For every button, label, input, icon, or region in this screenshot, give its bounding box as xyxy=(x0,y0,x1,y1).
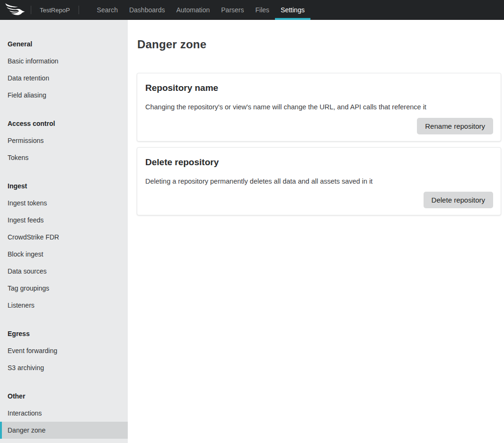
sidebar-group-general: General Basic information Data retention… xyxy=(0,35,128,104)
sidebar-item-ingest-tokens[interactable]: Ingest tokens xyxy=(0,195,128,212)
sidebar-header-general: General xyxy=(0,35,128,53)
nav-item-settings-label: Settings xyxy=(281,6,305,14)
sidebar-header-ingest: Ingest xyxy=(0,177,128,195)
sidebar-group-other: Other Interactions Danger zone xyxy=(0,388,128,439)
sidebar-header-egress: Egress xyxy=(0,325,128,342)
nav-divider xyxy=(79,6,79,14)
sidebar-item-field-aliasing[interactable]: Field aliasing xyxy=(0,87,128,104)
sidebar-item-crowdstrike-fdr[interactable]: CrowdStrike FDR xyxy=(0,229,128,246)
sidebar-group-ingest: Ingest Ingest tokens Ingest feeds CrowdS… xyxy=(0,177,128,314)
repository-name-card-title: Repository name xyxy=(145,83,493,93)
sidebar-group-egress: Egress Event forwarding S3 archiving xyxy=(0,325,128,376)
crowdstrike-falcon-logo[interactable] xyxy=(4,3,26,17)
main-content: Danger zone Repository name Changing the… xyxy=(128,20,504,443)
sidebar-header-access-control: Access control xyxy=(0,115,128,132)
sidebar-item-interactions[interactable]: Interactions xyxy=(0,405,128,422)
nav-menu: Search Dashboards Automation Parsers Fil… xyxy=(91,0,310,20)
sidebar-item-block-ingest[interactable]: Block ingest xyxy=(0,246,128,263)
repository-name-label[interactable]: TestRepoP xyxy=(40,7,70,14)
delete-repository-card-actions: Delete repository xyxy=(145,192,493,208)
sidebar-item-permissions[interactable]: Permissions xyxy=(0,132,128,149)
sidebar-item-data-sources[interactable]: Data sources xyxy=(0,263,128,280)
repository-name-card: Repository name Changing the repository'… xyxy=(137,73,501,142)
nav-item-dashboards[interactable]: Dashboards xyxy=(124,0,171,20)
top-navigation-bar: TestRepoP Search Dashboards Automation P… xyxy=(0,0,504,20)
sidebar-item-event-forwarding[interactable]: Event forwarding xyxy=(0,342,128,359)
sidebar-item-ingest-feeds[interactable]: Ingest feeds xyxy=(0,212,128,229)
nav-item-settings[interactable]: Settings xyxy=(275,0,310,20)
sidebar-item-tokens[interactable]: Tokens xyxy=(0,149,128,166)
nav-item-parsers[interactable]: Parsers xyxy=(215,0,249,20)
repository-name-card-actions: Rename repository xyxy=(145,118,493,134)
falcon-icon xyxy=(5,3,26,17)
delete-repository-card-title: Delete repository xyxy=(145,157,493,168)
sidebar-item-data-retention[interactable]: Data retention xyxy=(0,70,128,87)
sidebar-item-s3-archiving[interactable]: S3 archiving xyxy=(0,359,128,376)
repository-name-card-description: Changing the repository's or view's name… xyxy=(145,103,493,112)
sidebar-item-danger-zone[interactable]: Danger zone xyxy=(0,422,128,439)
nav-item-search[interactable]: Search xyxy=(91,0,124,20)
rename-repository-button[interactable]: Rename repository xyxy=(417,118,493,134)
sidebar-item-basic-information[interactable]: Basic information xyxy=(0,53,128,70)
nav-item-automation[interactable]: Automation xyxy=(170,0,215,20)
nav-divider xyxy=(31,6,31,14)
delete-repository-button[interactable]: Delete repository xyxy=(424,192,493,208)
page-title: Danger zone xyxy=(137,38,501,51)
sidebar-item-tag-groupings[interactable]: Tag groupings xyxy=(0,280,128,297)
sidebar-group-access-control: Access control Permissions Tokens xyxy=(0,115,128,166)
sidebar-header-other: Other xyxy=(0,388,128,405)
sidebar-item-listeners[interactable]: Listeners xyxy=(0,297,128,314)
settings-sidebar: General Basic information Data retention… xyxy=(0,20,128,443)
delete-repository-card-description: Deleting a repository permanently delete… xyxy=(145,177,493,186)
delete-repository-card: Delete repository Deleting a repository … xyxy=(137,147,501,216)
nav-item-files[interactable]: Files xyxy=(250,0,275,20)
